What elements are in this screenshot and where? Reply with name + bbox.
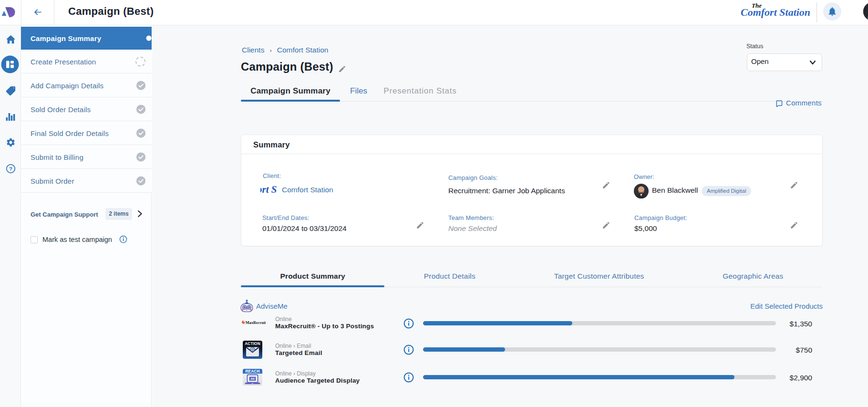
svg-text:MaxRecruit®: MaxRecruit®: [246, 321, 266, 325]
svg-text:REACH: REACH: [245, 369, 259, 374]
svg-text:@: @: [251, 347, 255, 352]
svg-text:?: ?: [9, 166, 12, 172]
svg-text:ACTION: ACTION: [245, 342, 260, 346]
svg-text:AD: AD: [250, 377, 255, 380]
